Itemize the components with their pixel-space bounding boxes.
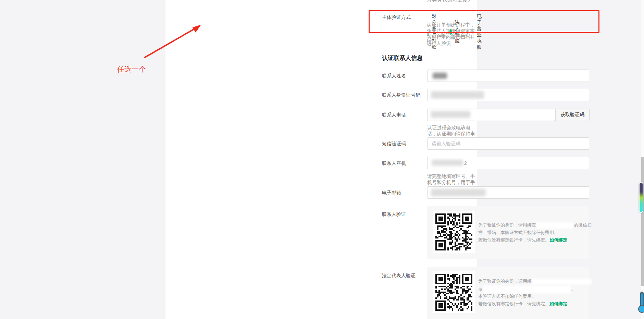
form-panel: 真实有效的对公账户 主体验证方式 对公账户打款 法人扫脸 电子营业执照 认证订单… (165, 0, 477, 319)
redacted-name-value (433, 73, 447, 79)
contact-phone-label: 联系人电话 (382, 112, 406, 118)
how-to-bind-link[interactable]: 如何绑定 (549, 237, 567, 243)
redacted-email-value (431, 189, 486, 196)
get-code-button[interactable]: 获取验证码 (555, 109, 590, 121)
qr1-line3-prefix: 若微信没有绑定银行卡，请先绑定。 (478, 237, 549, 243)
qr2-line4-prefix: 若微信没有绑定银行卡，请先绑定。 (478, 301, 549, 306)
legal-verify-label: 法定代表人验证 (382, 273, 416, 279)
annotation-text: 任选一个 (117, 64, 146, 74)
qr1-line1-prefix: 为了验证你的身份，请用绑定 (478, 222, 536, 228)
contact-name-label: 联系人姓名 (382, 73, 406, 79)
email-label: 电子邮箱 (382, 190, 401, 196)
scrollbar-thumb[interactable] (641, 157, 644, 286)
redacted-text (532, 279, 592, 285)
sms-code-input[interactable] (427, 137, 589, 150)
qr1-text-line1: 为了验证你的身份，请用绑定的微信扫 (478, 222, 592, 229)
qr1-line1-suffix: 的微信扫 (574, 222, 592, 228)
section-title: 认证联系人信息 (382, 54, 423, 62)
sms-code-label: 短信验证码 (382, 141, 406, 147)
qr1-text-line3: 若微信没有绑定银行卡，请先绑定。如何绑定 (478, 237, 567, 243)
thermometer-widget-bulb[interactable] (638, 305, 644, 313)
qr2-line1-prefix: 为了验证你的身份，请用绑 (478, 279, 532, 284)
qr2-text-line2: 技。 (478, 286, 575, 293)
qr1-text-line2: 描二维码。本验证方式不扣除任何费用。 (478, 230, 558, 236)
qr-code (435, 274, 472, 311)
qr-frame (433, 271, 475, 313)
scroll-progress-widget[interactable] (639, 182, 643, 213)
contact-name-input[interactable] (427, 70, 589, 82)
redacted-company-name (483, 286, 571, 293)
qr2-text-line3: 本验证方式不扣除任何费用。 (478, 293, 536, 299)
redacted-id-value (431, 91, 484, 99)
qr2-line2-tail: 。 (571, 286, 575, 292)
how-to-bind-link[interactable]: 如何绑定 (549, 301, 567, 306)
redacted-landline-value (432, 160, 463, 166)
landline-label: 联系人座机 (382, 160, 406, 167)
qr2-text-line4: 若微信没有绑定银行卡，请先绑定。如何绑定 (478, 301, 567, 307)
verify-method-label: 主体验证方式 (382, 14, 411, 20)
redacted-phone-value (431, 111, 470, 118)
page: 真实有效的对公账户 主体验证方式 对公账户打款 法人扫脸 电子营业执照 认证订单… (0, 0, 644, 319)
contact-id-label: 联系人身份证号码 (382, 92, 420, 98)
radio-label: 电子营业执照 (477, 13, 485, 50)
verify-description-line2: 别，以验证企业真实性。 (427, 33, 477, 45)
clipped-top-text: 真实有效的对公账户 (427, 0, 473, 3)
qr-frame (433, 211, 475, 253)
redacted-wechat-name (536, 222, 574, 229)
qr-code (435, 213, 472, 250)
landline-visible-digit: 2 (464, 160, 467, 166)
qr2-text-line1: 为了验证你的身份，请用绑 (478, 278, 592, 285)
qr2-line2-fragment: 技 (478, 286, 483, 292)
contact-verify-label: 联系人验证 (382, 211, 406, 218)
